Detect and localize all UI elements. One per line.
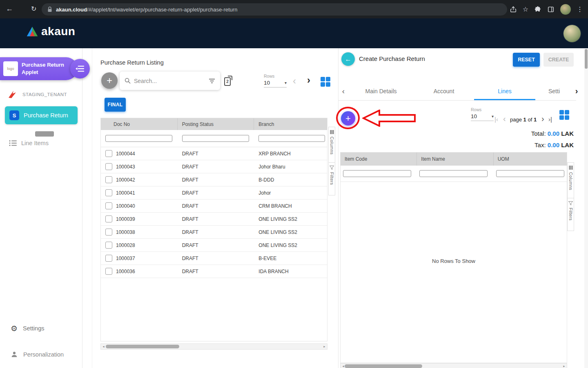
tab-settings[interactable]: Setti bbox=[535, 88, 573, 94]
page-scrollbar-thumb[interactable] bbox=[585, 49, 588, 69]
sidebar-item-line-items[interactable]: Line Items bbox=[9, 137, 49, 149]
lines-scrollbar-thumb[interactable] bbox=[345, 364, 422, 368]
sidebar-collapse-button[interactable] bbox=[70, 59, 90, 79]
row-checkbox[interactable] bbox=[105, 163, 112, 170]
scroll-right-icon[interactable]: ► bbox=[563, 365, 566, 368]
browser-refresh-icon[interactable]: ↻ bbox=[31, 5, 36, 13]
prev-page-button[interactable]: ‹ bbox=[293, 76, 296, 86]
posting-status-cell: DRAFT bbox=[182, 216, 198, 222]
filters-side-tab[interactable]: Filters bbox=[328, 163, 335, 195]
next-page-button[interactable]: › bbox=[541, 114, 544, 123]
add-line-button[interactable]: + bbox=[341, 111, 355, 126]
search-icon bbox=[125, 78, 131, 84]
columns-side-tab[interactable]: Columns bbox=[328, 127, 335, 163]
table-row[interactable]: 1000041 DRAFT Johor bbox=[101, 186, 327, 200]
tabs-scroll-left-icon[interactable]: ‹ bbox=[339, 87, 348, 96]
table-row[interactable]: 1000044 DRAFT XRP BRANCH bbox=[101, 147, 327, 160]
branch-cell: CRM BRANCH bbox=[258, 203, 292, 209]
header-branch[interactable]: Branch bbox=[254, 118, 327, 130]
last-page-button[interactable]: ›| bbox=[548, 116, 552, 122]
browser-menu-icon[interactable]: ⋮ bbox=[577, 5, 583, 13]
sidebar: logo Purchase Return Applet STAGING_TENA… bbox=[0, 48, 82, 368]
row-checkbox[interactable] bbox=[105, 176, 112, 183]
personalization-label: Personalization bbox=[23, 351, 64, 358]
scroll-right-icon[interactable]: ► bbox=[323, 345, 326, 348]
row-checkbox[interactable] bbox=[105, 202, 112, 209]
table-row[interactable]: 1000039 DRAFT ONE LIVING SS2 bbox=[101, 213, 327, 226]
filter-list-icon[interactable] bbox=[209, 79, 215, 83]
grid-view-icon[interactable] bbox=[320, 76, 331, 89]
sidebar-item-settings[interactable]: ⚙ Settings bbox=[11, 322, 44, 334]
posting-status-filter-input[interactable] bbox=[182, 135, 249, 142]
row-checkbox[interactable] bbox=[105, 150, 112, 157]
item-code-filter-input[interactable] bbox=[343, 170, 411, 177]
sidebar-item-applet[interactable]: logo Purchase Return Applet bbox=[0, 57, 78, 80]
header-item-name[interactable]: Item Name bbox=[417, 153, 493, 166]
header-posting-status[interactable]: Posting Status bbox=[178, 118, 254, 130]
next-page-button[interactable]: › bbox=[307, 75, 310, 85]
bookmark-star-icon[interactable]: ☆ bbox=[523, 5, 528, 13]
table-row[interactable]: 1000037 DRAFT B-EVEE bbox=[101, 252, 327, 265]
row-checkbox[interactable] bbox=[105, 268, 112, 275]
table-row[interactable]: 1000028 DRAFT ONE LIVING SS2 bbox=[101, 239, 327, 252]
posting-status-cell: DRAFT bbox=[182, 242, 198, 248]
tab-main-details[interactable]: Main Details bbox=[348, 88, 414, 94]
reset-button[interactable]: RESET bbox=[513, 53, 540, 67]
sidebar-item-purchase-return[interactable]: S Purchase Return bbox=[5, 106, 78, 124]
purchase-return-listing-panel: Purchase Return Listing + 2 Rows 10 ▾ ‹ … bbox=[92, 48, 337, 368]
search-input[interactable] bbox=[134, 78, 205, 84]
browser-profile-avatar[interactable] bbox=[560, 4, 571, 15]
row-checkbox[interactable] bbox=[105, 189, 112, 196]
extensions-puzzle-icon[interactable] bbox=[534, 6, 541, 13]
filters-side-tab[interactable]: Filters bbox=[567, 198, 574, 231]
share-icon[interactable] bbox=[510, 6, 517, 13]
plus-icon: + bbox=[107, 75, 112, 86]
user-avatar[interactable] bbox=[564, 25, 581, 42]
table-row[interactable]: 1000042 DRAFT B-DDD bbox=[101, 173, 327, 186]
rows-per-page-select[interactable]: Rows 10 ▾ bbox=[264, 74, 287, 88]
branch-filter-input[interactable] bbox=[258, 135, 325, 142]
prev-page-button[interactable]: ‹ bbox=[503, 114, 506, 123]
first-page-button[interactable]: |‹ bbox=[494, 116, 498, 122]
tab-account[interactable]: Account bbox=[414, 88, 474, 94]
uom-filter-input[interactable] bbox=[496, 170, 564, 177]
final-filter-button[interactable]: FINAL bbox=[105, 98, 126, 112]
create-button[interactable]: CREATE bbox=[543, 53, 574, 67]
branch-cell: B-EVEE bbox=[258, 256, 276, 261]
header-doc-no[interactable]: Doc No bbox=[101, 118, 178, 130]
doc-no-filter-input[interactable] bbox=[105, 135, 172, 142]
item-name-filter-input[interactable] bbox=[419, 170, 488, 177]
branch-cell: ONE LIVING SS2 bbox=[258, 229, 297, 235]
listing-add-button[interactable]: + bbox=[101, 72, 118, 89]
row-checkbox[interactable] bbox=[105, 215, 112, 222]
url-bar[interactable]: akaun.cloud/#/applet/tnt/wavelet/erp/pur… bbox=[42, 3, 507, 16]
browser-back-icon[interactable]: ← bbox=[6, 4, 13, 13]
back-button[interactable]: ← bbox=[341, 52, 355, 66]
row-checkbox[interactable] bbox=[105, 255, 112, 262]
header-item-code[interactable]: Item Code bbox=[341, 153, 417, 166]
pages-icon[interactable]: 2 bbox=[224, 77, 231, 86]
scroll-left-icon[interactable]: ◄ bbox=[102, 345, 105, 348]
row-checkbox[interactable] bbox=[105, 229, 112, 236]
app-header: akaun bbox=[0, 18, 588, 48]
tab-lines[interactable]: Lines bbox=[474, 88, 535, 94]
rows-label: Rows bbox=[471, 107, 494, 112]
doc-no-cell: 1000040 bbox=[116, 203, 135, 209]
lines-rows-per-page-select[interactable]: Rows 10 ▾ bbox=[471, 107, 494, 121]
browser-chrome: ← ↻ akaun.cloud/#/applet/tnt/wavelet/erp… bbox=[0, 0, 588, 18]
create-panel-tabs: ‹ Main Details Account Lines Setti bbox=[339, 82, 576, 101]
table-row[interactable]: 1000038 DRAFT ONE LIVING SS2 bbox=[101, 226, 327, 239]
columns-side-tab[interactable]: Columns bbox=[567, 162, 574, 198]
grid-view-icon[interactable] bbox=[559, 110, 570, 122]
sidebar-item-tenant[interactable]: STAGING_TENANT bbox=[7, 89, 67, 100]
table-row[interactable]: 1000036 DRAFT IDA BRANCH bbox=[101, 265, 327, 278]
table-row[interactable]: 1000040 DRAFT CRM BRANCH bbox=[101, 200, 327, 213]
scroll-left-icon[interactable]: ◄ bbox=[342, 365, 345, 368]
header-uom[interactable]: UOM bbox=[494, 153, 567, 166]
listing-scrollbar-thumb[interactable] bbox=[106, 345, 179, 348]
row-checkbox[interactable] bbox=[105, 242, 112, 249]
side-panel-icon[interactable] bbox=[547, 6, 555, 13]
table-row[interactable]: 1000043 DRAFT Johor Bharu bbox=[101, 160, 327, 173]
tabs-scroll-right-icon[interactable]: › bbox=[572, 82, 581, 100]
sidebar-item-personalization[interactable]: Personalization bbox=[11, 348, 64, 361]
